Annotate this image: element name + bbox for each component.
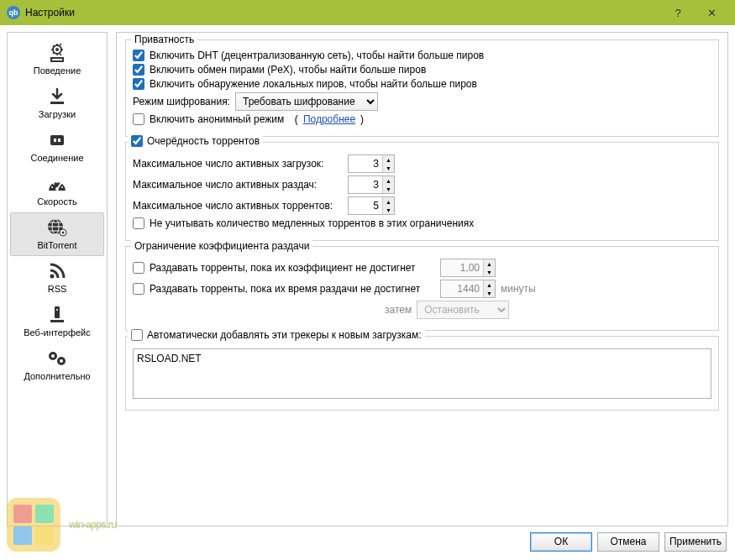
rss-icon (45, 260, 69, 282)
anonymous-checkbox[interactable]: Включить анонимный режим (133, 113, 284, 125)
sidebar-item-downloads[interactable]: Загрузки (11, 82, 103, 124)
sidebar-item-label: Загрузки (39, 109, 76, 119)
gear-monitor-icon (45, 42, 69, 64)
then-label: затем (385, 304, 412, 316)
time-unit-label: минуты (501, 283, 536, 295)
settings-sidebar: Поведение Загрузки Соединение Скорость B… (7, 32, 108, 526)
svg-point-12 (61, 186, 63, 188)
apply-button[interactable]: Применить (664, 532, 727, 552)
sidebar-item-label: Поведение (34, 65, 81, 76)
sidebar-item-advanced[interactable]: Дополнительно (11, 344, 103, 386)
titlebar: qb Настройки ? ✕ (0, 0, 735, 25)
sidebar-item-speed[interactable]: Скорость (11, 170, 103, 212)
sidebar-item-label: Веб-интерфейс (24, 327, 90, 338)
globe-gear-icon (45, 217, 69, 238)
sidebar-item-webui[interactable]: Веб-интерфейс (11, 301, 103, 343)
privacy-legend: Приватность (131, 34, 197, 45)
trackers-textarea[interactable] (133, 348, 711, 399)
server-icon (45, 304, 69, 326)
queue-group: Очерёдность торрентов Максимальное число… (125, 142, 719, 241)
lpd-checkbox[interactable]: Включить обнаружение локальных пиров, чт… (133, 78, 477, 90)
svg-point-1 (55, 48, 59, 51)
svg-rect-19 (50, 320, 64, 322)
max-active-label: Максимальное число активных торрентов: (133, 200, 343, 212)
svg-point-11 (60, 183, 61, 185)
seed-time-checkbox[interactable]: Раздавать торренты, пока их время раздач… (133, 283, 435, 295)
ratio-group: Ограничение коэффициента раздачи Раздава… (125, 246, 719, 331)
then-action-select[interactable]: Остановить (417, 301, 509, 319)
dht-checkbox[interactable]: Включить DHT (децентрализованную сеть), … (133, 50, 484, 61)
anonymous-more-link[interactable]: Подробнее (303, 113, 355, 125)
svg-point-23 (51, 354, 55, 358)
ratio-legend: Ограничение коэффициента раздачи (131, 240, 312, 252)
seed-time-spinner[interactable]: ▲▼ (440, 280, 496, 298)
cancel-button[interactable]: Отмена (597, 532, 659, 552)
encryption-select[interactable]: Требовать шифрование (235, 92, 378, 111)
svg-rect-4 (50, 135, 64, 145)
ratio-limit-checkbox[interactable]: Раздавать торренты, пока их коэффициент … (133, 262, 435, 274)
cogs-icon (45, 348, 69, 369)
queue-enable-checkbox[interactable]: Очерёдность торрентов (131, 135, 260, 147)
sidebar-item-label: Соединение (30, 153, 83, 163)
max-dl-label: Максимальное число активных загрузок: (133, 158, 343, 170)
dialog-footer: ОК Отмена Применить (7, 526, 728, 553)
plug-icon (45, 129, 69, 151)
svg-rect-2 (51, 58, 63, 61)
svg-point-8 (51, 186, 53, 188)
auto-add-trackers-checkbox[interactable]: Автоматически добавлять эти трекеры к но… (131, 329, 422, 341)
sidebar-item-behavior[interactable]: Поведение (11, 39, 103, 81)
sidebar-item-label: BitTorrent (37, 240, 76, 250)
max-dl-spinner[interactable]: ▲▼ (348, 154, 395, 173)
window-title: Настройки (25, 7, 661, 18)
sidebar-item-label: Скорость (37, 196, 77, 207)
svg-rect-5 (54, 139, 56, 142)
gauge-icon (45, 173, 69, 195)
encryption-label: Режим шифрования: (133, 96, 230, 107)
sidebar-item-label: Дополнительно (24, 371, 90, 381)
sidebar-item-connection[interactable]: Соединение (11, 126, 103, 168)
svg-point-20 (56, 309, 58, 311)
svg-point-16 (62, 232, 65, 234)
ok-button[interactable]: ОК (530, 532, 592, 552)
help-button[interactable]: ? (661, 0, 695, 25)
svg-point-10 (56, 181, 58, 183)
max-active-spinner[interactable]: ▲▼ (348, 196, 395, 215)
sidebar-item-bittorrent[interactable]: BitTorrent (10, 212, 104, 256)
close-button[interactable]: ✕ (695, 0, 728, 25)
svg-point-17 (50, 275, 55, 279)
settings-content: Приватность Включить DHT (децентрализова… (116, 32, 728, 526)
download-icon (45, 86, 69, 107)
slow-torrents-checkbox[interactable]: Не учитывать количество медленных торрен… (133, 217, 474, 229)
svg-point-24 (60, 359, 63, 363)
pex-checkbox[interactable]: Включить обмен пирами (PeX), чтобы найти… (133, 64, 426, 76)
max-up-spinner[interactable]: ▲▼ (348, 175, 395, 194)
svg-rect-3 (50, 102, 64, 104)
sidebar-item-rss[interactable]: RSS (11, 257, 103, 299)
ratio-value-spinner[interactable]: ▲▼ (440, 259, 496, 277)
svg-point-9 (53, 183, 55, 185)
max-up-label: Максимальное число активных раздач: (133, 179, 343, 191)
svg-rect-6 (58, 139, 60, 142)
privacy-group: Приватность Включить DHT (децентрализова… (125, 39, 719, 137)
trackers-group: Автоматически добавлять эти трекеры к но… (125, 336, 719, 411)
app-icon: qb (7, 6, 20, 19)
sidebar-item-label: RSS (48, 284, 67, 294)
svg-rect-18 (55, 306, 60, 318)
